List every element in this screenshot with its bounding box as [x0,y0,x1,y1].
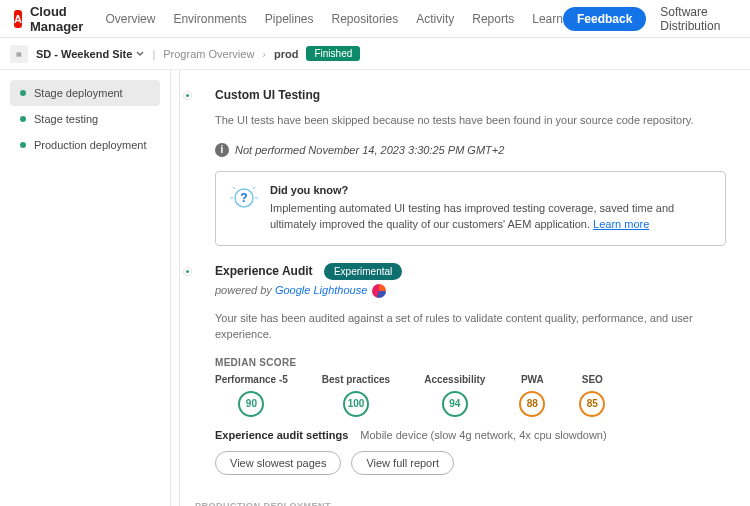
custom-ui-title: Custom UI Testing [215,88,726,102]
brand-name: Cloud Manager [30,4,83,34]
score-item: SEO85 [579,374,605,417]
audit-buttons: View slowest pages View full report [215,451,726,475]
timeline-line [179,70,180,506]
score-ring: 88 [519,391,545,417]
feedback-button[interactable]: Feedback [563,7,646,31]
score-label: Accessibility [424,374,485,385]
score-label: Performance -5 [215,374,288,385]
nav-items: OverviewEnvironmentsPipelinesRepositorie… [105,12,563,26]
score-label: SEO [582,374,603,385]
chevron-right-icon: › [262,48,266,60]
sidebar-item[interactable]: Stage testing [10,106,160,132]
nav-item[interactable]: Repositories [332,12,399,26]
callout-body: Implementing automated UI testing has im… [270,200,711,233]
lightbulb-icon: ? [230,184,258,212]
powered-by: powered by Google Lighthouse [215,284,726,298]
nav-item[interactable]: Activity [416,12,454,26]
nav-item[interactable]: Overview [105,12,155,26]
info-icon: i [215,143,229,157]
breadcrumb-bar: ▦ SD - Weekend Site | Program Overview ›… [0,38,750,70]
score-label: PWA [521,374,544,385]
sidebar: Stage deploymentStage testingProduction … [0,70,170,506]
svg-line-16 [253,187,255,189]
settings-value: Mobile device (slow 4g network, 4x cpu s… [360,429,606,441]
audit-settings-row: Experience audit settings Mobile device … [215,429,726,441]
chevron-down-icon [136,50,144,58]
status-dot-icon [20,116,26,122]
score-ring: 94 [442,391,468,417]
svg-text:?: ? [240,191,247,205]
status-dot-icon [20,142,26,148]
top-nav: A Cloud Manager OverviewEnvironmentsPipe… [0,0,750,38]
not-performed-text: Not performed November 14, 2023 3:30:25 … [235,144,504,156]
software-distribution-link[interactable]: Software Distribution [660,5,737,33]
lighthouse-link[interactable]: Google Lighthouse [275,284,367,296]
site-selector[interactable]: SD - Weekend Site [36,48,144,60]
score-item: Best practices100 [322,374,390,417]
audit-header: Experience Audit Experimental [215,264,726,278]
sidebar-item[interactable]: Stage deployment [10,80,160,106]
score-ring: 85 [579,391,605,417]
lighthouse-icon [372,284,386,298]
not-performed-row: i Not performed November 14, 2023 3:30:2… [215,143,726,157]
audit-title: Experience Audit [215,264,313,278]
sidebar-item-label: Stage deployment [34,87,123,99]
score-row: Performance -590Best practices100Accessi… [215,374,726,417]
custom-ui-desc: The UI tests have been skipped because n… [215,112,726,129]
settings-label: Experience audit settings [215,429,348,441]
callout-title: Did you know? [270,184,711,196]
layout: Stage deploymentStage testingProduction … [0,70,750,506]
view-full-report-button[interactable]: View full report [351,451,454,475]
site-name-label: SD - Weekend Site [36,48,132,60]
nav-item[interactable]: Pipelines [265,12,314,26]
sidebar-item[interactable]: Production deployment [10,132,160,158]
powered-prefix: powered by [215,284,275,296]
score-item: Performance -590 [215,374,288,417]
score-ring: 100 [343,391,369,417]
learn-more-link[interactable]: Learn more [593,218,649,230]
experimental-tag: Experimental [324,263,402,280]
section-dot [184,268,191,275]
view-slowest-button[interactable]: View slowest pages [215,451,341,475]
audit-desc: Your site has been audited against a set… [215,310,726,343]
score-label: Best practices [322,374,390,385]
median-label: MEDIAN SCORE [215,357,726,368]
callout-content: Did you know? Implementing automated UI … [270,184,711,233]
section-custom-ui-testing: Custom UI Testing The UI tests have been… [195,88,726,246]
sidebar-item-label: Stage testing [34,113,98,125]
status-badge: Finished [306,46,360,61]
score-item: PWA88 [519,374,545,417]
section-dot [184,92,191,99]
nav-item[interactable]: Environments [173,12,246,26]
adobe-logo-icon: A [14,10,22,28]
phase-label: PRODUCTION DEPLOYMENT [195,501,726,506]
breadcrumb-current: prod [274,48,298,60]
breadcrumb-sep: | [152,48,155,60]
breadcrumb-program[interactable]: Program Overview [163,48,254,60]
nav-item[interactable]: Learn [532,12,563,26]
main: Custom UI Testing The UI tests have been… [171,70,750,506]
sidebar-item-label: Production deployment [34,139,147,151]
svg-line-15 [233,187,235,189]
nav-right: Feedback Software Distribution ? [563,5,750,33]
did-you-know-callout: ? Did you know? Implementing automated U… [215,171,726,246]
status-dot-icon [20,90,26,96]
section-experience-audit: Experience Audit Experimental powered by… [195,264,726,475]
nav-item[interactable]: Reports [472,12,514,26]
score-ring: 90 [238,391,264,417]
calendar-icon: ▦ [10,45,28,63]
score-item: Accessibility94 [424,374,485,417]
